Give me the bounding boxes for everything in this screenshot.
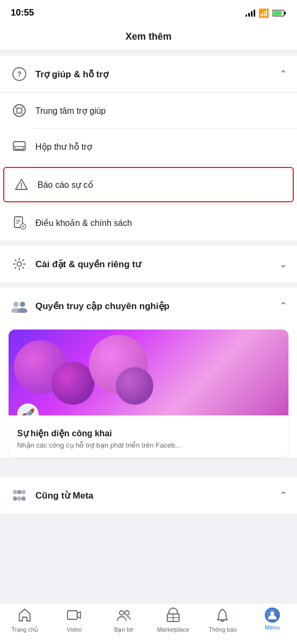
warning-icon bbox=[12, 175, 31, 194]
nav-item-video[interactable]: Video bbox=[49, 608, 99, 633]
settings-title: Cài đặt & quyền riêng tư bbox=[35, 259, 279, 270]
professional-access-header[interactable]: Quyền truy cập chuyên nghiệp ⌃ bbox=[0, 288, 297, 324]
svg-point-26 bbox=[13, 302, 19, 307]
svg-point-34 bbox=[17, 496, 21, 501]
svg-rect-2 bbox=[273, 11, 282, 15]
svg-line-8 bbox=[22, 106, 24, 108]
professional-card[interactable]: 🚀 Sự hiện diện công khai Nhận các công c… bbox=[9, 330, 288, 458]
friends-icon bbox=[116, 608, 131, 625]
help-support-title: Trợ giúp & hỗ trợ bbox=[35, 69, 279, 80]
lifebuoy-icon bbox=[10, 101, 29, 120]
svg-point-38 bbox=[125, 611, 129, 615]
svg-rect-12 bbox=[15, 147, 24, 149]
svg-line-10 bbox=[22, 113, 24, 115]
pro-card-desc: Nhận các công cụ hỗ trợ bạn phát triển t… bbox=[17, 441, 280, 450]
signal-icon bbox=[246, 9, 255, 17]
notifications-label: Thông báo bbox=[209, 626, 237, 633]
also-from-meta-chevron: ⌃ bbox=[279, 489, 287, 501]
friends-label: Bạn bè bbox=[114, 626, 133, 633]
svg-text:?: ? bbox=[17, 70, 22, 78]
svg-point-37 bbox=[120, 611, 124, 615]
menu-item-support-inbox[interactable]: Hộp thư hỗ trợ bbox=[0, 129, 297, 164]
svg-point-32 bbox=[21, 490, 26, 494]
pro-card-title: Sự hiện diện công khai bbox=[17, 428, 280, 438]
svg-point-30 bbox=[13, 490, 17, 494]
menu-item-terms-policy[interactable]: Điều khoản & chính sách bbox=[0, 205, 297, 240]
shop-icon bbox=[166, 608, 181, 625]
status-time: 10:55 bbox=[11, 8, 34, 18]
menu-label: Menu bbox=[265, 624, 280, 631]
settings-header[interactable]: Cài đặt & quyền riêng tư ⌄ bbox=[0, 246, 297, 282]
settings-section: Cài đặt & quyền riêng tư ⌄ bbox=[0, 246, 297, 282]
also-from-meta-title: Cũng từ Meta bbox=[35, 490, 279, 501]
settings-icon bbox=[10, 254, 29, 274]
svg-point-27 bbox=[20, 302, 25, 307]
status-bar: 10:55 📶 bbox=[0, 0, 297, 24]
svg-point-35 bbox=[21, 496, 26, 501]
svg-point-31 bbox=[17, 490, 21, 494]
help-support-chevron: ⌃ bbox=[279, 68, 287, 80]
professional-access-chevron: ⌃ bbox=[279, 300, 287, 312]
status-icons: 📶 bbox=[246, 8, 286, 18]
page-header: Xem thêm bbox=[0, 24, 297, 50]
wifi-icon: 📶 bbox=[258, 8, 269, 18]
professional-access-title: Quyền truy cập chuyên nghiệp bbox=[35, 301, 279, 312]
video-icon bbox=[66, 608, 81, 625]
svg-line-9 bbox=[15, 113, 17, 115]
document-icon bbox=[10, 213, 29, 232]
home-icon bbox=[17, 608, 32, 625]
nav-item-friends[interactable]: Bạn bè bbox=[99, 608, 148, 633]
nav-item-marketplace[interactable]: Marketplace bbox=[148, 608, 198, 633]
svg-point-25 bbox=[17, 262, 21, 266]
svg-point-6 bbox=[17, 108, 22, 113]
report-issue-label: Báo cáo sự cố bbox=[38, 180, 93, 190]
svg-point-42 bbox=[270, 612, 274, 616]
help-center-label: Trung tâm trợ giúp bbox=[35, 106, 106, 116]
help-icon: ? bbox=[10, 64, 29, 84]
svg-rect-1 bbox=[285, 12, 286, 14]
support-inbox-label: Hộp thư hỗ trợ bbox=[35, 142, 92, 152]
menu-item-help-center[interactable]: Trung tâm trợ giúp bbox=[0, 93, 297, 128]
bottom-nav: Trang chủ Video Bạn bè bbox=[0, 603, 297, 644]
help-support-section: ? Trợ giúp & hỗ trợ ⌃ Trung tâm trợ giúp bbox=[0, 56, 297, 240]
video-label: Video bbox=[67, 626, 82, 633]
also-from-meta-section: Cũng từ Meta ⌃ bbox=[0, 477, 297, 514]
battery-icon bbox=[272, 10, 286, 17]
menu-avatar bbox=[265, 608, 280, 623]
professional-access-section: Quyền truy cập chuyên nghiệp ⌃ 🚀 Sự hiện… bbox=[0, 288, 297, 458]
nav-item-home[interactable]: Trang chủ bbox=[0, 608, 49, 633]
also-from-meta-header[interactable]: Cũng từ Meta ⌃ bbox=[0, 477, 297, 514]
help-support-header[interactable]: ? Trợ giúp & hỗ trợ ⌃ bbox=[0, 56, 297, 92]
pro-card-image: 🚀 bbox=[9, 330, 288, 415]
svg-point-33 bbox=[13, 496, 17, 501]
nav-item-notifications[interactable]: Thông báo bbox=[198, 608, 247, 633]
svg-point-17 bbox=[21, 187, 22, 188]
marketplace-label: Marketplace bbox=[157, 626, 189, 633]
meta-icon bbox=[10, 486, 29, 505]
menu-item-report-issue[interactable]: Báo cáo sự cố bbox=[3, 167, 294, 202]
settings-chevron: ⌄ bbox=[279, 258, 287, 270]
page-title: Xem thêm bbox=[125, 31, 172, 42]
inbox-icon bbox=[10, 137, 29, 156]
terms-policy-label: Điều khoản & chính sách bbox=[35, 218, 132, 228]
bell-icon bbox=[215, 608, 230, 625]
svg-line-7 bbox=[15, 106, 17, 108]
home-label: Trang chủ bbox=[11, 626, 38, 633]
nav-item-menu[interactable]: Menu bbox=[248, 608, 297, 631]
professional-icon bbox=[10, 296, 29, 316]
svg-rect-36 bbox=[68, 611, 77, 619]
